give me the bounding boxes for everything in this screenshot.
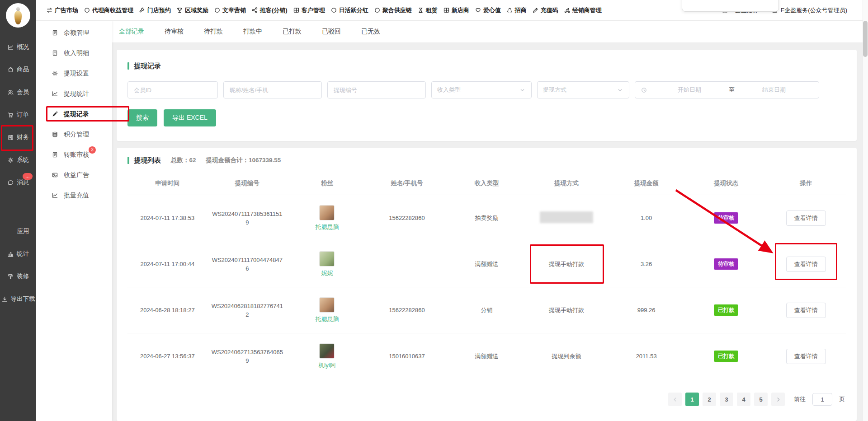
page-button-1[interactable]: 1 <box>685 393 699 406</box>
topnav-item-2[interactable]: 门店预约 <box>139 6 171 14</box>
topnav-item-8[interactable]: 聚合供应链 <box>374 6 412 14</box>
topnav-item-14[interactable]: 经销商管理 <box>564 6 602 14</box>
cell-action: 查看详情 <box>766 257 846 272</box>
topnav-item-3[interactable]: 区域奖励 <box>176 6 208 14</box>
tab-2[interactable]: 待打款 <box>204 28 223 36</box>
withdraw-no-input[interactable] <box>327 81 426 98</box>
list-card: 提现列表 总数：62 提现金额合计：1067339.55 申请时间提现编号粉丝姓… <box>117 148 857 421</box>
column-header: 提现编号 <box>208 179 288 187</box>
submenu-item-label: 收益广告 <box>64 171 89 179</box>
cell-amount: 999.26 <box>606 307 686 313</box>
tab-3[interactable]: 打款中 <box>243 28 262 36</box>
submenu-item-label: 提现设置 <box>64 70 89 78</box>
date-range-picker[interactable]: 开始日期 至 结束日期 <box>635 81 819 98</box>
next-page-button[interactable] <box>771 393 785 406</box>
cell-method: 提现手动打款 <box>527 260 607 268</box>
topnav-item-13[interactable]: 充值码 <box>532 6 558 14</box>
submenu-item-0[interactable]: 余额管理 <box>36 23 112 43</box>
view-detail-button[interactable]: 查看详情 <box>786 349 826 364</box>
goto-page-input[interactable] <box>812 393 832 406</box>
topnav-item-5[interactable]: 推客(分销) <box>251 6 288 14</box>
nickname-input[interactable] <box>223 81 322 98</box>
topnav-item-7[interactable]: 日活跃分红 <box>330 6 368 14</box>
topnav-item-label: 区域奖励 <box>185 6 208 14</box>
cell-action: 查看详情 <box>766 210 846 226</box>
view-detail-button[interactable]: 查看详情 <box>786 210 826 226</box>
withdraw-method-select[interactable]: 提现方式 <box>537 81 629 98</box>
wallet-icon <box>7 134 14 141</box>
view-detail-button[interactable]: 查看详情 <box>786 303 826 318</box>
main-sidebar: 概况商品会员订单财务系统消息…应用统计装修导出下载 <box>0 0 36 421</box>
scrollbar-thumb[interactable] <box>863 21 868 57</box>
topnav-item-1[interactable]: 代理商收益管理 <box>84 6 133 14</box>
sidebar-item-9[interactable]: 装修 <box>0 265 36 288</box>
sidebar-item-8[interactable]: 统计 <box>0 243 36 265</box>
income-type-select[interactable]: 收入类型 <box>431 81 532 98</box>
sidebar-item-7[interactable]: 应用 <box>0 220 36 243</box>
submenu-item-8[interactable]: 批量充值 <box>36 185 112 206</box>
submenu-item-label: 收入明细 <box>64 49 89 57</box>
tab-5[interactable]: 已驳回 <box>322 28 341 36</box>
share-icon <box>251 7 258 14</box>
fan-avatar <box>319 205 335 220</box>
sidebar-item-10[interactable]: 导出下载 <box>0 288 36 310</box>
submenu-item-1[interactable]: 收入明细 <box>36 43 112 63</box>
fan-name[interactable]: 机lyi阿 <box>318 361 335 370</box>
member-id-input[interactable] <box>127 81 218 98</box>
perfume-bottle-logo <box>6 3 30 28</box>
submenu-item-6[interactable]: 转账审核3 <box>36 145 112 165</box>
topnav-item-11[interactable]: 爱心值 <box>475 6 501 14</box>
cell-amount: 2011.53 <box>606 353 686 360</box>
sidebar-item-5[interactable]: 系统 <box>0 149 36 171</box>
cell-action: 查看详情 <box>766 303 846 318</box>
tab-0[interactable]: 全部记录 <box>119 28 144 36</box>
wrench-icon <box>139 7 146 14</box>
fan-name[interactable]: 托腮思脑 <box>315 223 339 231</box>
apps-icon <box>7 228 14 235</box>
swap-icon <box>46 7 53 14</box>
tab-4[interactable]: 已打款 <box>283 28 302 36</box>
submenu-item-4[interactable]: 提现记录 <box>36 104 112 124</box>
roller-icon <box>7 273 14 280</box>
goto-label: 前往 <box>794 395 806 403</box>
doc-icon <box>52 50 58 56</box>
topnav-item-0[interactable]: 广告市场 <box>46 6 78 14</box>
export-excel-button[interactable]: 导出 EXCEL <box>164 109 216 126</box>
cell-fan: 机lyi阿 <box>287 343 367 370</box>
tab-6[interactable]: 已无效 <box>361 28 380 36</box>
page-button-2[interactable]: 2 <box>703 393 716 406</box>
submenu-item-5[interactable]: 积分管理 <box>36 124 112 145</box>
topnav-item-6[interactable]: 客户管理 <box>293 6 325 14</box>
sidebar-item-0[interactable]: 概况 <box>0 36 36 58</box>
sidebar-item-2[interactable]: 会员 <box>0 81 36 103</box>
sidebar-item-label: 商品 <box>17 65 29 74</box>
fan-name[interactable]: 妮妮 <box>321 269 333 277</box>
page-button-3[interactable]: 3 <box>720 393 733 406</box>
table-body: 2024-07-11 17:38:53WS2024071117385361151… <box>127 195 846 379</box>
list-total: 总数：62 <box>171 156 196 164</box>
sidebar-item-1[interactable]: 商品 <box>0 58 36 81</box>
page-button-4[interactable]: 4 <box>737 393 750 406</box>
sidebar-item-3[interactable]: 订单 <box>0 103 36 126</box>
submenu-item-3[interactable]: 提现统计 <box>36 84 112 104</box>
submenu-item-2[interactable]: 提现设置 <box>36 63 112 84</box>
fan-name[interactable]: 托腮思脑 <box>315 315 339 323</box>
topnav-item-label: 客户管理 <box>302 6 325 14</box>
grid-icon <box>443 7 450 14</box>
submenu-item-7[interactable]: 收益广告 <box>36 165 112 185</box>
tab-1[interactable]: 待审核 <box>165 28 184 36</box>
topnav-item-9[interactable]: 租赁 <box>417 6 438 14</box>
hourglass-icon <box>417 7 424 14</box>
search-button[interactable]: 搜索 <box>127 109 157 126</box>
topnav-item-10[interactable]: 新店商 <box>443 6 469 14</box>
view-detail-button[interactable]: 查看详情 <box>786 257 826 272</box>
cell-withdraw-no: WS20240628181827767412 <box>208 302 288 319</box>
cell-income-type: 满额赠送 <box>447 260 527 268</box>
topnav-item-4[interactable]: 文章营销 <box>214 6 246 14</box>
topnav-right-item-1[interactable]: E企盈服务(公众号管理员) <box>771 6 847 14</box>
page-button-5[interactable]: 5 <box>754 393 768 406</box>
sidebar-item-4[interactable]: 财务 <box>0 126 36 149</box>
sidebar-item-6[interactable]: 消息… <box>0 171 36 194</box>
prev-page-button[interactable] <box>668 393 682 406</box>
topnav-item-12[interactable]: 招商 <box>506 6 527 14</box>
